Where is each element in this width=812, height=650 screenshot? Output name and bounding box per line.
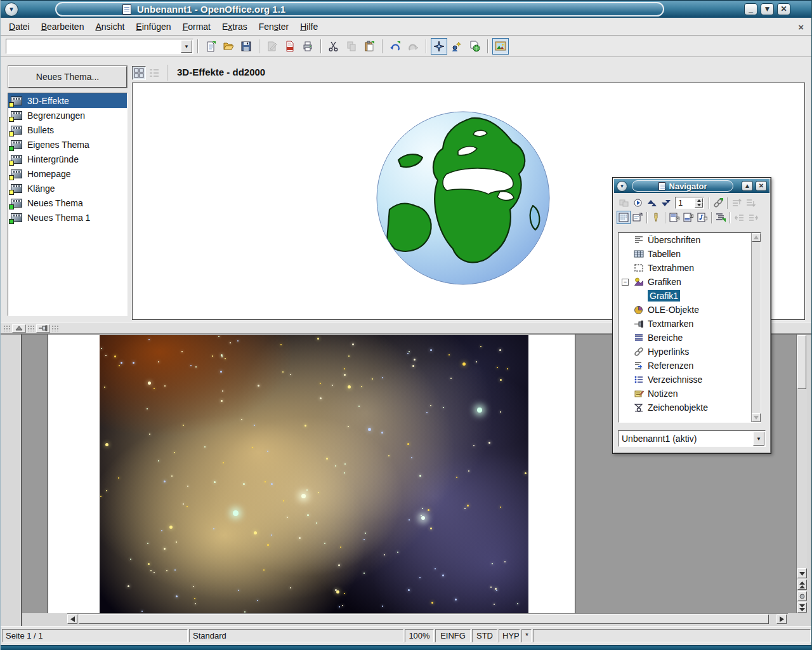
navigator-tree[interactable]: Überschriften Tabellen Textrahmen −Grafi… (618, 232, 761, 423)
selected-tree-label[interactable]: Grafik1 (648, 290, 680, 302)
send-document-button[interactable] (466, 38, 483, 55)
navigation-toggle-icon[interactable] (797, 591, 807, 601)
header-icon[interactable] (667, 211, 681, 224)
document-selector[interactable]: Unbenannt1 (aktiv) ▼ (618, 430, 766, 447)
content-view-icon[interactable] (631, 211, 645, 224)
close-document-icon[interactable]: × (798, 22, 804, 32)
tree-item-grafik1[interactable]: Grafik1 (619, 289, 761, 303)
new-theme-button[interactable]: Neues Thema... (8, 66, 127, 88)
menu-bearbeiten[interactable]: Bearbeiten (36, 19, 90, 34)
previous-icon[interactable] (645, 196, 658, 209)
menu-format[interactable]: Format (177, 19, 216, 34)
tree-item-sections[interactable]: Bereiche (619, 331, 761, 345)
gallery-theme-item[interactable]: Bullets (8, 123, 127, 137)
menu-extras[interactable]: Extras (216, 19, 253, 34)
status-hyperlink-mode[interactable]: HYP (499, 629, 520, 642)
menu-ansicht[interactable]: Ansicht (89, 19, 130, 34)
tree-scroll-down-icon[interactable] (752, 413, 761, 422)
splitter-grip[interactable] (3, 324, 60, 333)
menu-datei[interactable]: Datei (3, 19, 36, 34)
promote-level-icon[interactable] (732, 211, 746, 224)
navigator-close-icon[interactable]: ✕ (756, 181, 767, 191)
set-reminder-icon[interactable] (649, 211, 663, 224)
title-bar[interactable]: ▼ Unbenannt1 - OpenOffice.org 1.1 _ ▼ ✕ (1, 0, 812, 18)
vertical-scrollbar[interactable] (796, 335, 807, 613)
scroll-down-icon[interactable] (797, 568, 807, 578)
list-box-toggle-icon[interactable] (617, 211, 631, 224)
status-zoom[interactable]: 100% (405, 629, 434, 642)
tree-item-notes[interactable]: Notizen (619, 387, 761, 401)
stick-pin-icon[interactable] (36, 324, 49, 333)
navigator-rollup-icon[interactable]: ▲ (742, 181, 753, 191)
redo-button[interactable] (405, 38, 421, 55)
tree-item-references[interactable]: Referenzen (619, 359, 761, 373)
gallery-theme-item[interactable]: Neues Thema (8, 196, 127, 210)
gallery-theme-item[interactable]: Neues Thema 1 (8, 210, 127, 225)
document-selector-dropdown-icon[interactable]: ▼ (753, 432, 764, 446)
tree-item-bookmarks[interactable]: Textmarken (619, 317, 761, 331)
gallery-theme-list[interactable]: 3D-Effekte Begrenzungen Bullets Eigenes … (8, 93, 128, 316)
copy-button[interactable] (343, 38, 360, 55)
tree-item-headings[interactable]: Überschriften (619, 233, 761, 247)
page-number-value[interactable]: 1 (678, 198, 683, 208)
next-page-icon[interactable] (797, 602, 807, 613)
close-button[interactable]: ✕ (777, 3, 790, 15)
tree-item-graphics[interactable]: −Grafiken (619, 275, 761, 289)
paste-button[interactable] (361, 38, 377, 55)
new-document-button[interactable] (202, 38, 219, 55)
menu-hilfe[interactable]: Hilfe (294, 19, 324, 34)
save-button[interactable] (238, 38, 254, 55)
gallery-theme-item[interactable]: 3D-Effekte (8, 93, 127, 108)
tree-item-draw-objects[interactable]: Zeichenobjekte (619, 401, 761, 415)
window-menu-button[interactable]: ▼ (4, 3, 18, 17)
drag-mode-icon[interactable] (711, 196, 725, 209)
edit-file-button[interactable] (264, 38, 280, 55)
heading-levels-icon[interactable] (714, 211, 728, 224)
minimize-button[interactable]: _ (744, 3, 757, 15)
collapse-icon[interactable]: − (622, 279, 629, 286)
hide-panel-icon[interactable] (12, 324, 25, 333)
tree-item-tables[interactable]: Tabellen (619, 247, 761, 261)
gallery-button[interactable] (492, 38, 509, 55)
navigation-icon[interactable] (631, 196, 645, 209)
promote-chapter-icon[interactable] (730, 196, 743, 209)
open-button[interactable] (220, 38, 237, 55)
undo-button[interactable] (387, 38, 403, 55)
tree-item-indexes[interactable]: Verzeichnisse (619, 373, 761, 387)
navigator-window[interactable]: ▼ Navigator ▲ ✕ 1 (612, 177, 771, 454)
scroll-left-icon[interactable] (67, 614, 77, 624)
toggle-master-view-icon[interactable] (617, 196, 631, 209)
tree-item-text-frames[interactable]: Textrahmen (619, 261, 761, 275)
print-button[interactable] (299, 38, 316, 55)
demote-chapter-icon[interactable] (743, 196, 757, 209)
status-selection-mode[interactable]: STD (472, 629, 497, 642)
gallery-theme-item[interactable]: Eigenes Thema (8, 137, 127, 152)
page-number-spinner[interactable]: 1 (675, 197, 704, 209)
url-combobox[interactable]: ▼ (6, 39, 193, 54)
status-insert-mode[interactable]: EINFG (435, 629, 471, 642)
tree-item-ole-objects[interactable]: OLE-Objekte (619, 303, 761, 317)
demote-level-icon[interactable] (746, 211, 760, 224)
cut-button[interactable] (325, 38, 342, 55)
gallery-theme-item[interactable]: Begrenzungen (8, 108, 127, 123)
menu-einfuegen[interactable]: Einfügen (130, 19, 176, 34)
gallery-theme-item[interactable]: Hintergründe (8, 152, 127, 166)
gallery-theme-item[interactable]: Homepage (8, 166, 127, 181)
navigator-button[interactable] (431, 38, 447, 55)
previous-page-icon[interactable] (797, 580, 807, 590)
anchor-text-icon[interactable] (695, 211, 709, 224)
menu-fenster[interactable]: Fenster (253, 19, 294, 34)
navigator-title-bar[interactable]: ▼ Navigator ▲ ✕ (614, 179, 769, 193)
footer-icon[interactable] (681, 211, 695, 224)
next-icon[interactable] (658, 196, 672, 209)
gallery-theme-item[interactable]: Klänge (8, 181, 127, 196)
status-page-style[interactable]: Standard (189, 629, 403, 642)
url-input[interactable] (8, 41, 180, 52)
globe-image[interactable] (376, 110, 551, 286)
navigator-window-menu-icon[interactable]: ▼ (617, 181, 627, 192)
vertical-scrollbar-thumb[interactable] (797, 335, 806, 389)
horizontal-scrollbar[interactable] (67, 613, 788, 625)
spin-down-icon[interactable] (695, 202, 703, 208)
tree-scroll-up-icon[interactable] (752, 233, 761, 242)
nebula-image[interactable] (100, 335, 528, 613)
